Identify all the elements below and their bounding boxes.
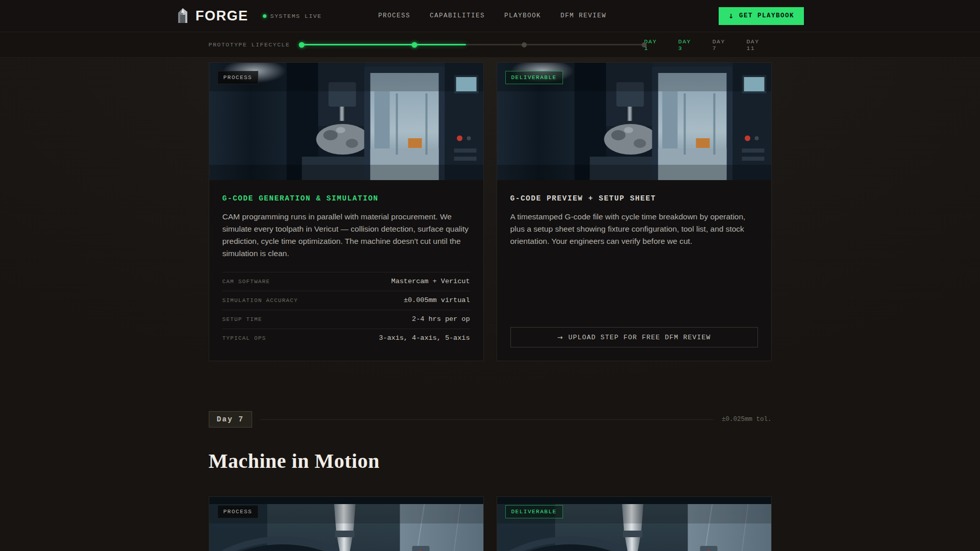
- lifecycle-track: [302, 44, 644, 45]
- process-tag: PROCESS: [217, 71, 259, 84]
- day-label-1[interactable]: DAY 1: [644, 38, 665, 52]
- card-title: G-CODE PREVIEW + SETUP SHEET: [510, 194, 758, 203]
- card-image-cnc-machine: PROCESS: [209, 63, 483, 180]
- prototype-lifecycle-bar: PROTOTYPE LIFECYCLE DAY 1 DAY 3 DAY 7 DA…: [0, 32, 980, 58]
- lifecycle-stop-day11[interactable]: [642, 42, 647, 47]
- nav-item-dfm-review[interactable]: DFM REVIEW: [560, 12, 606, 19]
- lifecycle-label: PROTOTYPE LIFECYCLE: [209, 41, 290, 48]
- top-navigation-bar: FORGE SYSTEMS LIVE PROCESS CAPABILITIES …: [0, 0, 980, 32]
- process-card-gcode-generation: PROCESS G-CODE GENERATION & SIMULATION C…: [209, 62, 484, 361]
- day-label-3[interactable]: DAY 3: [678, 38, 699, 52]
- spec-value: ±0.005mm virtual: [404, 296, 470, 304]
- spec-label: TYPICAL OPS: [223, 335, 266, 341]
- section-title-machine-in-motion: Machine in Motion: [209, 449, 772, 473]
- process-card-machining: PROCESS: [209, 496, 484, 551]
- brand-name: FORGE: [195, 8, 249, 24]
- get-playbook-button[interactable]: ↓ GET PLAYBOOK: [719, 7, 804, 25]
- lifecycle-progress-fill: [302, 44, 466, 45]
- spec-row-cam-software: CAM SOFTWARE Mastercam + Vericut: [223, 272, 470, 291]
- day-label-11[interactable]: DAY 11: [746, 38, 771, 52]
- main-nav: PROCESS CAPABILITIES PLAYBOOK DFM REVIEW: [378, 12, 606, 19]
- nav-item-capabilities[interactable]: CAPABILITIES: [430, 12, 485, 19]
- spec-table: CAM SOFTWARE Mastercam + Vericut SIMULAT…: [223, 272, 470, 347]
- tolerance-note: ±0.025mm tol.: [722, 416, 772, 423]
- systems-status: SYSTEMS LIVE: [263, 13, 322, 19]
- card-description: CAM programming runs in parallel with ma…: [223, 211, 470, 260]
- card-description: A timestamped G-code file with cycle tim…: [510, 211, 758, 247]
- day7-divider: Day 7 ±0.025mm tol.: [209, 411, 772, 428]
- download-arrow-icon: ↓: [728, 12, 734, 20]
- upload-step-label: UPLOAD STEP FOR FREE DFM REVIEW: [569, 334, 711, 341]
- spec-label: SETUP TIME: [223, 316, 262, 322]
- main-content: PROCESS G-CODE GENERATION & SIMULATION C…: [209, 62, 772, 551]
- deliverable-tag: DELIVERABLE: [505, 71, 563, 84]
- get-playbook-label: GET PLAYBOOK: [739, 12, 794, 19]
- spec-value: 3-axis, 4-axis, 5-axis: [379, 334, 470, 342]
- card-image-5axis-machining: PROCESS: [209, 497, 483, 551]
- upload-step-button[interactable]: → UPLOAD STEP FOR FREE DFM REVIEW: [510, 327, 758, 347]
- card-image-5axis-machining: DELIVERABLE: [497, 497, 771, 551]
- spec-row-setup-time: SETUP TIME 2-4 hrs per op: [223, 310, 470, 329]
- lifecycle-stop-day7[interactable]: [522, 42, 527, 47]
- spec-value: Mastercam + Vericut: [391, 278, 470, 285]
- right-arrow-icon: →: [557, 334, 563, 341]
- forge-logo-icon: [176, 8, 190, 24]
- spec-label: SIMULATION ACCURACY: [223, 297, 298, 304]
- spec-row-simulation-accuracy: SIMULATION ACCURACY ±0.005mm virtual: [223, 291, 470, 310]
- spec-row-typical-ops: TYPICAL OPS 3-axis, 4-axis, 5-axis: [223, 329, 470, 347]
- nav-item-playbook[interactable]: PLAYBOOK: [504, 12, 541, 19]
- deliverable-card-gcode-preview: DELIVERABLE G-CODE PREVIEW + SETUP SHEET…: [497, 62, 772, 361]
- process-tag: PROCESS: [217, 505, 259, 518]
- lifecycle-day-labels: DAY 1 DAY 3 DAY 7 DAY 11: [644, 38, 772, 52]
- card-title: G-CODE GENERATION & SIMULATION: [223, 194, 470, 203]
- status-dot-icon: [263, 14, 266, 18]
- brand[interactable]: FORGE: [176, 8, 249, 24]
- day-label-7[interactable]: DAY 7: [713, 38, 733, 52]
- deliverable-tag: DELIVERABLE: [505, 505, 563, 518]
- lifecycle-stop-day3[interactable]: [412, 42, 418, 47]
- day3-card-row: PROCESS G-CODE GENERATION & SIMULATION C…: [209, 62, 772, 361]
- deliverable-card-machining: DELIVERABLE: [497, 496, 772, 551]
- lifecycle-stop-day1[interactable]: [299, 42, 305, 47]
- nav-item-process[interactable]: PROCESS: [378, 12, 410, 19]
- divider-line: [260, 419, 714, 420]
- spec-value: 2-4 hrs per op: [412, 315, 470, 323]
- spec-label: CAM SOFTWARE: [223, 279, 271, 285]
- day7-badge: Day 7: [209, 411, 253, 428]
- day7-card-row: PROCESS DELIVERABLE: [209, 496, 772, 551]
- card-image-cnc-machine: DELIVERABLE: [497, 63, 771, 180]
- status-label: SYSTEMS LIVE: [271, 13, 322, 19]
